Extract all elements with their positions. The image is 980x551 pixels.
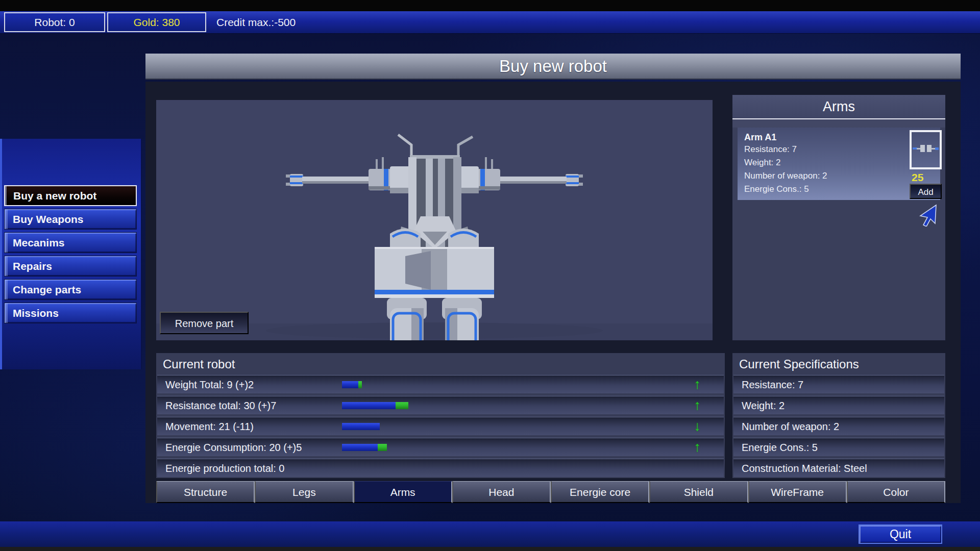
part-tab[interactable]: Shield xyxy=(649,481,748,503)
sidebar-item[interactable]: Mecanims xyxy=(4,232,137,253)
part-tab[interactable]: Arms xyxy=(354,481,452,503)
part-tab[interactable]: Color xyxy=(847,481,945,503)
stat-row: Energie Consumption: 20 (+)5 ↑ xyxy=(157,438,724,456)
tab-label: Color xyxy=(883,486,909,498)
sidebar-item-label: Buy a new robot xyxy=(13,190,96,202)
bottom-black-strip xyxy=(0,547,980,551)
sidebar-item[interactable]: Buy Weapons xyxy=(4,209,137,230)
stat-bar-bonus xyxy=(378,444,387,451)
spec-row: Energie Cons.: 5 xyxy=(733,438,944,456)
part-tabbar: Structure Legs Arms Head Energie core Sh… xyxy=(156,481,945,503)
stat-bar-base xyxy=(342,381,358,388)
shop-item-card[interactable]: Arm A1 Resistance: 7 Weight: 2 Number of… xyxy=(738,128,940,200)
spec-row: Construction Material: Steel xyxy=(733,459,944,477)
bottom-bar: Quit xyxy=(0,521,980,547)
game-screen: Robot: 0 Gold: 380 Credit max.:-500 Buy … xyxy=(0,0,980,551)
trend-arrow-icon: ↑ xyxy=(694,396,701,414)
stat-bar xyxy=(342,444,387,451)
trend-arrow-icon: ↑ xyxy=(694,438,701,456)
specifications-title: Current Specifications xyxy=(732,353,945,372)
sidebar-item[interactable]: Missions xyxy=(4,303,137,323)
robot-count-box: Robot: 0 xyxy=(4,12,105,32)
sidebar-item-label: Buy Weapons xyxy=(13,213,83,225)
spec-label: Resistance: 7 xyxy=(742,375,803,394)
sidebar-item[interactable]: Buy a new robot xyxy=(4,185,137,206)
part-tab[interactable]: WireFrame xyxy=(748,481,847,503)
remove-part-button[interactable]: Remove part xyxy=(160,312,249,334)
spec-label: Number of weapon: 2 xyxy=(742,417,839,436)
quit-button[interactable]: Quit xyxy=(859,524,942,544)
shop-panel: Arms Arm A1 Resistance: 7 Weight: 2 Numb… xyxy=(732,95,945,340)
trend-arrow-icon: ↓ xyxy=(694,417,701,435)
mouse-cursor-icon xyxy=(918,204,938,227)
stat-label: Movement: 21 (-11) xyxy=(165,417,254,436)
page-title: Buy new robot xyxy=(145,54,961,80)
stat-label: Weight Total: 9 (+)2 xyxy=(165,375,254,394)
part-tab[interactable]: Head xyxy=(452,481,551,503)
part-tab[interactable]: Energie core xyxy=(551,481,649,503)
part-tab[interactable]: Legs xyxy=(255,481,353,503)
sidebar-item-label: Mecanims xyxy=(13,237,65,248)
tab-label: Structure xyxy=(184,486,227,498)
stat-bar-base xyxy=(342,423,380,430)
stat-row: Weight Total: 9 (+)2 ↑ xyxy=(157,375,724,393)
credit-max-label: Credit max.:-500 xyxy=(216,12,296,32)
sidebar-menu: Buy a new robot Buy Weapons Mecanims Rep… xyxy=(4,185,137,323)
tab-label: Head xyxy=(488,486,514,498)
spec-row: Number of weapon: 2 xyxy=(733,417,944,435)
gold-box: Gold: 380 xyxy=(107,12,206,32)
spec-row: Weight: 2 xyxy=(733,396,944,414)
trend-arrow-icon: ↑ xyxy=(694,375,701,393)
robot-viewport[interactable]: Remove part xyxy=(156,100,713,340)
spec-label: Construction Material: Steel xyxy=(742,459,867,478)
stat-bar xyxy=(342,381,362,388)
stat-bar-base xyxy=(342,444,378,451)
stat-bar-base xyxy=(342,402,396,409)
spec-label: Weight: 2 xyxy=(742,396,785,415)
specifications-panel: Current Specifications Resistance: 7 Wei… xyxy=(732,353,945,478)
add-button[interactable]: Add xyxy=(910,184,942,199)
item-price: 25 xyxy=(912,171,923,184)
tab-label: Energie core xyxy=(570,486,630,498)
tab-label: Legs xyxy=(292,486,316,498)
item-thumbnail xyxy=(910,130,942,169)
sidebar-item[interactable]: Repairs xyxy=(4,256,137,277)
sidebar-item-label: Missions xyxy=(13,307,59,319)
sidebar-item-label: Change parts xyxy=(13,284,81,295)
item-stat: Number of weapon: 2 xyxy=(738,169,940,183)
stat-bar xyxy=(342,402,408,409)
resource-bar: Robot: 0 Gold: 380 Credit max.:-500 xyxy=(0,11,980,34)
stat-label: Energie Consumption: 20 (+)5 xyxy=(165,438,302,457)
tab-label: Shield xyxy=(684,486,714,498)
current-robot-panel: Current robot Weight Total: 9 (+)2 ↑ Res… xyxy=(156,353,725,478)
spacer xyxy=(732,119,945,128)
stat-bar-bonus xyxy=(396,402,408,409)
stat-row: Movement: 21 (-11) ↓ xyxy=(157,417,724,435)
stat-bar-bonus xyxy=(358,381,362,388)
tab-label: Arms xyxy=(390,486,415,498)
spec-row: Resistance: 7 xyxy=(733,375,944,393)
stat-label: Energie production total: 0 xyxy=(165,459,285,478)
tab-label: WireFrame xyxy=(771,486,824,498)
current-robot-title: Current robot xyxy=(156,353,725,372)
sidebar-item[interactable]: Change parts xyxy=(4,279,137,300)
stat-row: Energie production total: 0 xyxy=(157,459,724,477)
stat-label: Resistance total: 30 (+)7 xyxy=(165,396,276,415)
stat-row: Resistance total: 30 (+)7 ↑ xyxy=(157,396,724,414)
robot-preview xyxy=(156,100,713,340)
stat-bar xyxy=(342,423,380,430)
spec-label: Energie Cons.: 5 xyxy=(742,438,818,457)
part-tab[interactable]: Structure xyxy=(156,481,255,503)
top-black-strip xyxy=(0,0,980,11)
sidebar-item-label: Repairs xyxy=(13,260,52,272)
shop-panel-title: Arms xyxy=(732,95,945,118)
